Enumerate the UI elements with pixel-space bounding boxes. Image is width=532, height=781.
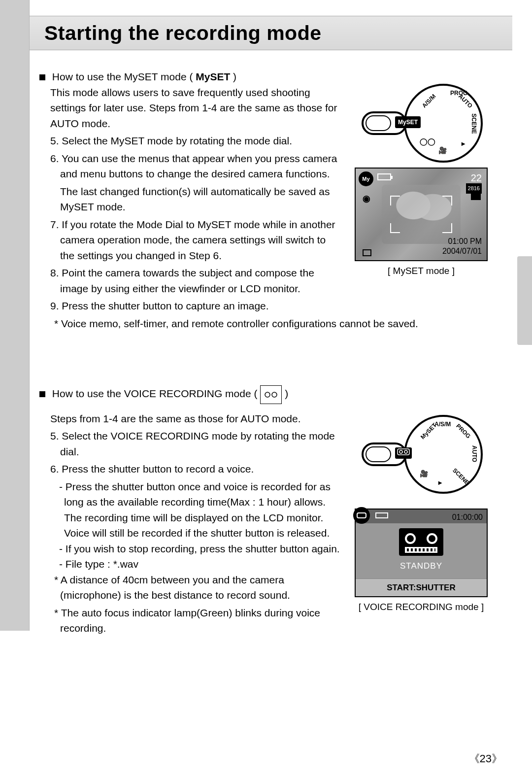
- voice-sub3: - File type : *.wav: [39, 556, 340, 572]
- mode-dial-icon: MySET A/S/M PROG AUTO SCENE ▸ 🎥: [404, 415, 483, 494]
- heading-mode-label: MySET: [196, 71, 230, 82]
- bullet-square-icon: [39, 391, 45, 397]
- movie-icon: 🎥: [420, 469, 428, 479]
- section-voice: How to use the VOICE RECORDING mode ( ) …: [39, 385, 502, 636]
- myset-note: * Voice memo, self-timer, and remote con…: [39, 316, 458, 332]
- right-thumb-tab: [517, 256, 532, 345]
- dial-label-asm: A/S/M: [434, 420, 451, 429]
- bullet-square-icon: [39, 74, 45, 80]
- svg-point-0: [265, 392, 270, 397]
- voice-lcd-standby: STANDBY: [356, 560, 487, 573]
- dial-knob-icon: [366, 446, 391, 462]
- voice-lcd-frame: 01:00:00 STANDBY START:SHUTTER: [355, 509, 488, 597]
- angle-left-icon: 《: [469, 752, 480, 765]
- voice-lcd-topbar: 01:00:00: [356, 509, 487, 523]
- voice-lcd-start: START:SHUTTER: [356, 578, 487, 596]
- voice-rec-icon: ◯◯: [420, 136, 435, 147]
- myset-step6b: The last changed function(s) will automa…: [39, 184, 340, 215]
- memory-icon: [363, 249, 371, 256]
- voice-note1: * A distance of 40cm between you and the…: [39, 572, 340, 603]
- dial-active-mode: MySET: [395, 116, 421, 128]
- voice-sub2: - If you wish to stop recording, press t…: [39, 541, 340, 557]
- lcd-photo-people: [382, 185, 461, 244]
- figure-mode-dial-myset: PROG A/S/M AUTO SCENE ▸ 🎥 ◯◯ MySET: [365, 84, 483, 163]
- figure-lcd-myset: My 22 2816 ◉ 01:00 PM 2004/07/01 [ MySET…: [355, 168, 488, 278]
- content: How to use the MySET mode ( MySET ) This…: [39, 69, 502, 666]
- lcd-caption: [ MySET mode ]: [355, 264, 488, 278]
- figure-lcd-voice: 01:00:00 STANDBY START:SHUTTER [ VOICE R…: [355, 509, 488, 614]
- dial-label-auto: AUTO: [470, 445, 479, 462]
- lcd-mode-badge: My: [359, 171, 373, 186]
- voice-lcd-caption: [ VOICE RECORDING mode ]: [355, 600, 488, 614]
- redeye-icon: ◉: [363, 192, 370, 205]
- myset-step8: 8. Point the camera towards the subject …: [39, 265, 340, 296]
- page-title: Starting the recording mode: [44, 22, 322, 45]
- angle-right-icon: 》: [492, 752, 502, 765]
- page-number-value: 23: [480, 752, 492, 765]
- heading-prefix: How to use the MySET mode (: [52, 71, 196, 82]
- focus-bracket-icon: [390, 223, 400, 233]
- battery-icon: [375, 512, 388, 518]
- figure-mode-dial-voice: MySET A/S/M PROG AUTO SCENE ▸ 🎥: [365, 415, 483, 494]
- heading-voice: How to use the VOICE RECORDING mode ( ): [39, 385, 502, 404]
- quality-icon: [471, 192, 481, 200]
- voice-sub1: - Press the shutter button once and voic…: [39, 479, 340, 541]
- voice-lcd-time: 01:00:00: [452, 511, 483, 523]
- voice-note2: * The auto focus indicator lamp(Green) b…: [39, 605, 340, 636]
- dial-label-asm: A/S/M: [420, 92, 438, 110]
- dial-label-prog: PROG: [454, 422, 472, 441]
- heading-prefix: How to use the VOICE RECORDING mode (: [52, 388, 260, 399]
- page-number: 《23》: [469, 751, 502, 766]
- voice-tape-icon: [260, 385, 282, 404]
- myset-step5: 5. Select the MySET mode by rotating the…: [39, 133, 340, 149]
- voice-intro: Steps from 1-4 are the same as those for…: [39, 411, 340, 427]
- playback-icon: ▸: [438, 477, 442, 488]
- svg-point-4: [404, 450, 407, 453]
- myset-step7: 7. If you rotate the Mode Dial to MySET …: [39, 217, 340, 264]
- lcd-frame: My 22 2816 ◉ 01:00 PM 2004/07/01: [355, 168, 488, 261]
- dial-active-mode-voice: [395, 447, 412, 459]
- voice-mode-badge-icon: [353, 507, 370, 524]
- voice-step6: 6. Press the shutter button to record a …: [39, 461, 340, 477]
- myset-step6: 6. You can use the menus that appear whe…: [39, 151, 340, 182]
- heading-suffix: ): [285, 388, 288, 399]
- dial-label-auto: AUTO: [457, 92, 475, 110]
- lcd-date: 2004/07/01: [442, 245, 482, 257]
- svg-point-3: [399, 450, 402, 453]
- focus-bracket-icon: [390, 196, 400, 205]
- left-grey-margin: [0, 0, 30, 631]
- focus-bracket-icon: [442, 196, 452, 205]
- battery-icon: [377, 173, 391, 180]
- myset-step9: 9. Press the shutter button to capture a…: [39, 298, 458, 314]
- svg-point-1: [272, 392, 277, 397]
- heading-myset: How to use the MySET mode ( MySET ): [39, 69, 502, 85]
- heading-suffix: ): [233, 71, 236, 82]
- dial-label-scene: SCENE: [450, 466, 471, 487]
- myset-intro: This mode allows users to save frequentl…: [39, 85, 340, 132]
- focus-bracket-icon: [442, 223, 452, 233]
- cassette-tape-icon: [399, 528, 443, 556]
- title-band: Starting the recording mode: [30, 16, 512, 50]
- section-myset: How to use the MySET mode ( MySET ) This…: [39, 69, 502, 331]
- playback-icon: ▸: [462, 138, 465, 149]
- dial-label-scene: SCENE: [469, 113, 478, 134]
- movie-icon: 🎥: [438, 145, 447, 156]
- dial-knob-icon: [366, 115, 391, 131]
- voice-step5: 5. Select the VOICE RECORDING mode by ro…: [39, 428, 340, 459]
